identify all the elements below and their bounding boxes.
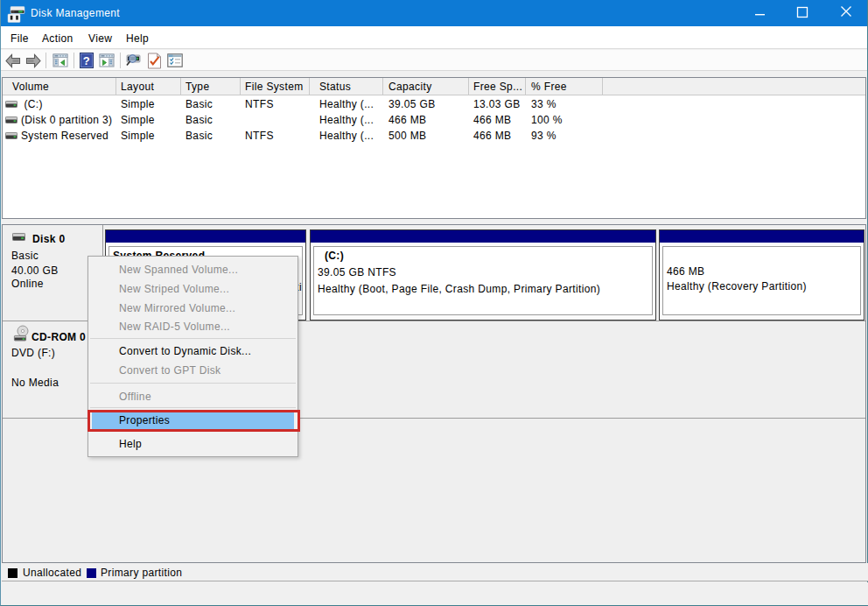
svg-text:?: ?	[83, 54, 90, 67]
